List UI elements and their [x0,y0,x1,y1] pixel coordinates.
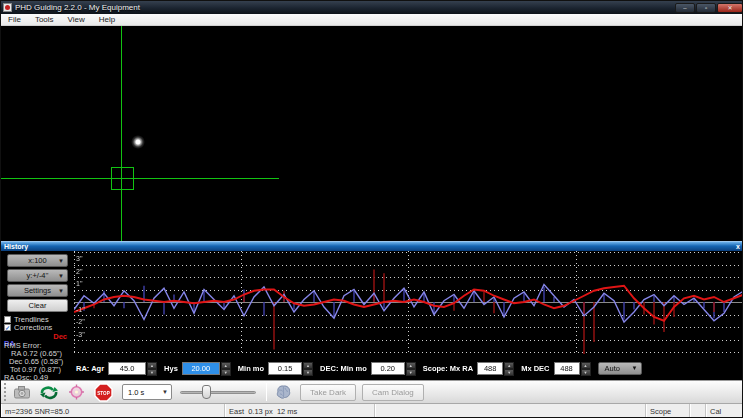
cam-dialog-button[interactable]: Cam Dialog [362,384,424,401]
settings-dropdown[interactable]: Settings▼ [7,284,68,297]
dec-minmo-label: DEC: Min mo [320,364,367,373]
toolbar-separator [266,383,267,401]
history-panel-title: History [1,243,28,250]
menu-file[interactable]: File [1,14,28,26]
legend-dec-label: Dec [53,332,67,341]
svg-text:STOP: STOP [97,390,109,395]
corrections-checkbox-row[interactable]: ✓ Corrections [4,323,52,331]
status-bar: m=2396 SNR=85.0 East 0.13 px 12 ms Camer… [1,404,743,418]
guide-step-status: East 0.13 px 12 ms [225,404,375,418]
stop-icon[interactable]: STOP [93,383,113,401]
scope-connection-status: Scope [646,404,690,418]
maximize-button[interactable]: ▫ [696,3,716,13]
ytick-minus2: -2'' [76,318,85,325]
history-graph-canvas [74,251,743,354]
menu-bar: File Tools View Help [1,14,743,26]
exposure-duration-dropdown[interactable]: 1.0 s▼ [122,384,172,400]
camera-connect-icon[interactable] [12,383,32,401]
ytick-plus1: 1'' [76,280,83,287]
ytick-minus3: -3'' [76,331,85,338]
menu-view[interactable]: View [61,14,92,26]
chevron-down-icon: ▼ [632,365,638,371]
window-title: PHD Guiding 2.2.0 - My Equipment [15,1,140,14]
mxdec-label: Mx DEC [521,364,549,373]
guide-params-row: RA: Agr ▲▼ Hys ▲▼ Min mo ▲▼ DEC: Min mo … [76,356,743,380]
calibration-status: Cal [706,404,743,418]
star-mass-snr-status: m=2396 SNR=85.0 [1,404,225,418]
dec-guide-mode-dropdown[interactable]: Auto▼ [598,362,642,375]
ra-minmo-spinner[interactable]: ▲▼ [303,362,313,375]
max-ra-spinner[interactable]: ▲▼ [504,362,514,375]
status-blank-segment [690,404,706,418]
ra-aggression-spinner[interactable]: ▲▼ [147,362,157,375]
clear-button[interactable]: Clear [7,299,68,312]
chevron-down-icon: ▼ [58,288,64,294]
history-graph: 3'' 2'' 1'' -1'' -2'' -3'' [74,251,743,354]
lock-position-box [111,167,134,190]
loop-exposures-icon[interactable] [39,383,59,401]
history-panel: x:100▼ y:+/-4''▼ Settings▼ Clear Trendli… [1,251,743,380]
title-bar[interactable]: PHD Guiding 2.2.0 - My Equipment – ▫ ✕ [1,1,743,14]
history-panel-titlebar[interactable]: History x [1,241,743,251]
slider-groove [180,391,256,394]
take-dark-button[interactable]: Take Dark [300,384,356,401]
y-scale-dropdown[interactable]: y:+/-4''▼ [7,269,68,282]
corrections-label: Corrections [14,323,52,332]
close-button[interactable]: ✕ [717,3,743,13]
dec-minmo-spinner[interactable]: ▲▼ [406,362,416,375]
gamma-slider[interactable] [180,383,256,401]
slider-thumb[interactable] [202,385,211,399]
hysteresis-input[interactable] [182,362,220,375]
crosshair-horizontal-line [1,178,279,179]
ytick-plus2: 2'' [76,268,83,275]
toolbar-grip-handle[interactable] [4,383,7,401]
guide-icon[interactable] [66,383,86,401]
hysteresis-spinner[interactable]: ▲▼ [221,362,231,375]
chevron-down-icon: ▼ [58,273,64,279]
phd-guiding-window: PHD Guiding 2.2.0 - My Equipment – ▫ ✕ F… [0,0,743,418]
history-panel-close-icon[interactable]: x [736,243,743,250]
ra-minmo-label: Min mo [238,364,264,373]
ytick-plus3: 3'' [76,255,83,262]
chevron-down-icon: ▼ [58,258,64,264]
max-ra-input[interactable] [477,362,503,375]
max-dec-spinner[interactable]: ▲▼ [581,362,591,375]
ytick-minus1: -1'' [76,306,85,313]
status-spacer [375,404,646,418]
camera-view[interactable] [1,26,743,241]
ra-minmo-input[interactable] [268,362,302,375]
hys-label: Hys [164,364,178,373]
zoom-scale-dropdown[interactable]: x:100▼ [7,254,68,267]
guide-star[interactable] [131,135,145,149]
app-icon [3,3,12,12]
history-controls-column: x:100▼ y:+/-4''▼ Settings▼ Clear Trendli… [1,251,74,380]
main-toolbar: STOP 1.0 s▼ Take Dark Cam Dialog [1,380,743,404]
corrections-checkbox[interactable]: ✓ [4,324,11,331]
dec-minmo-input[interactable] [371,362,405,375]
trendlines-checkbox[interactable] [4,316,11,323]
ra-agr-label: RA: Agr [76,364,104,373]
menu-tools[interactable]: Tools [28,14,61,26]
crosshair-vertical-line [121,26,122,241]
max-dec-input[interactable] [554,362,580,375]
brain-advanced-settings-icon[interactable] [273,383,293,401]
scope-mxra-label: Scope: Mx RA [423,364,473,373]
menu-help[interactable]: Help [92,14,122,26]
minimize-button[interactable]: – [675,3,695,13]
ra-aggression-input[interactable] [108,362,146,375]
chevron-down-icon: ▼ [162,389,168,395]
